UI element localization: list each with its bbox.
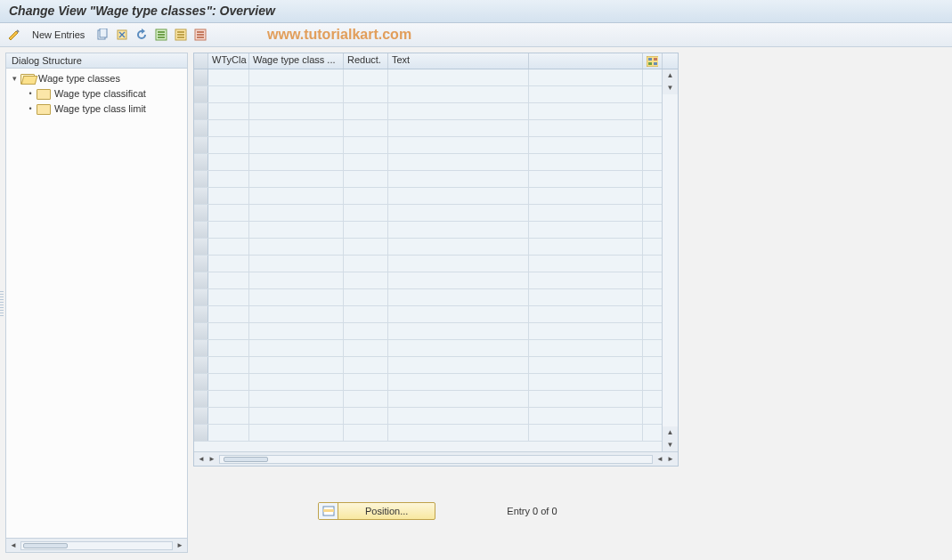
cell[interactable] — [344, 408, 388, 424]
scroll-right-icon[interactable]: ► — [175, 540, 185, 551]
cell[interactable] — [529, 188, 643, 204]
scroll-left-end-icon[interactable]: ◄ — [655, 454, 665, 465]
scroll-track[interactable] — [663, 94, 678, 426]
cell[interactable] — [388, 86, 529, 102]
cell[interactable] — [529, 323, 643, 339]
cell[interactable] — [388, 340, 529, 356]
cell[interactable] — [208, 256, 249, 272]
cell[interactable] — [208, 222, 249, 238]
cell[interactable] — [529, 86, 643, 102]
cell[interactable] — [208, 340, 249, 356]
delete-icon[interactable] — [113, 26, 131, 44]
cell[interactable] — [344, 205, 388, 221]
cell[interactable] — [388, 120, 529, 136]
row-selector[interactable] — [194, 357, 208, 373]
cell[interactable] — [344, 69, 388, 85]
cell[interactable] — [529, 120, 643, 136]
cell[interactable] — [388, 408, 529, 424]
cell[interactable] — [249, 256, 344, 272]
cell[interactable] — [529, 272, 643, 288]
cell[interactable] — [344, 137, 388, 153]
row-selector[interactable] — [194, 171, 208, 187]
cell[interactable] — [208, 408, 249, 424]
table-vscrollbar[interactable]: ▲ ▼ ▲ ▼ — [662, 69, 678, 451]
column-header-reduct[interactable]: Reduct. — [344, 53, 388, 69]
cell[interactable] — [208, 391, 249, 407]
cell[interactable] — [344, 120, 388, 136]
cell[interactable] — [249, 289, 344, 305]
sidebar-hscrollbar[interactable]: ◄ ► — [6, 538, 187, 552]
cell[interactable] — [208, 272, 249, 288]
cell[interactable] — [249, 272, 344, 288]
cell[interactable] — [208, 137, 249, 153]
cell[interactable] — [344, 340, 388, 356]
cell[interactable] — [529, 154, 643, 170]
row-selector[interactable] — [194, 222, 208, 238]
row-selector[interactable] — [194, 425, 208, 441]
cell[interactable] — [529, 289, 643, 305]
cell[interactable] — [529, 222, 643, 238]
cell[interactable] — [208, 86, 249, 102]
cell[interactable] — [249, 239, 344, 255]
cell[interactable] — [388, 425, 529, 441]
splitter-handle[interactable] — [0, 49, 4, 560]
cell[interactable] — [249, 357, 344, 373]
scroll-down-icon[interactable]: ▼ — [663, 82, 678, 94]
cell[interactable] — [388, 391, 529, 407]
table-row[interactable] — [194, 120, 678, 137]
cell[interactable] — [388, 69, 529, 85]
cell[interactable] — [344, 103, 388, 119]
table-row[interactable] — [194, 103, 678, 120]
cell[interactable] — [208, 239, 249, 255]
table-hscrollbar[interactable]: ◄ ► ◄ ► — [194, 451, 678, 466]
cell[interactable] — [249, 171, 344, 187]
cell[interactable] — [529, 340, 643, 356]
scroll-up-icon[interactable]: ▲ — [663, 69, 678, 82]
cell[interactable] — [344, 374, 388, 390]
cell[interactable] — [249, 120, 344, 136]
cell[interactable] — [249, 222, 344, 238]
table-row[interactable] — [194, 289, 678, 306]
cell[interactable] — [344, 323, 388, 339]
row-selector[interactable] — [194, 408, 208, 424]
cell[interactable] — [208, 306, 249, 322]
cell[interactable] — [344, 391, 388, 407]
cell[interactable] — [249, 425, 344, 441]
tree-node-wage-type-class-limit[interactable]: • Wage type class limit — [6, 101, 187, 116]
row-selector[interactable] — [194, 323, 208, 339]
table-row[interactable] — [194, 374, 678, 391]
table-row[interactable] — [194, 86, 678, 103]
table-row[interactable] — [194, 239, 678, 256]
column-header-text[interactable]: Text — [388, 53, 529, 69]
scroll-down-end-icon[interactable]: ▼ — [663, 439, 678, 451]
cell[interactable] — [388, 357, 529, 373]
row-selector[interactable] — [194, 120, 208, 136]
cell[interactable] — [208, 357, 249, 373]
table-row[interactable] — [194, 408, 678, 425]
cell[interactable] — [529, 357, 643, 373]
row-selector[interactable] — [194, 239, 208, 255]
table-config-icon[interactable] — [643, 53, 663, 69]
cell[interactable] — [529, 256, 643, 272]
column-header-blank[interactable] — [529, 53, 643, 69]
cell[interactable] — [388, 306, 529, 322]
tree-node-wage-type-classes[interactable]: ▾ Wage type classes — [6, 70, 187, 85]
cell[interactable] — [529, 239, 643, 255]
cell[interactable] — [388, 239, 529, 255]
cell[interactable] — [344, 306, 388, 322]
table-row[interactable] — [194, 425, 678, 442]
row-selector[interactable] — [194, 289, 208, 305]
cell[interactable] — [249, 323, 344, 339]
cell[interactable] — [344, 86, 388, 102]
cell[interactable] — [249, 374, 344, 390]
cell[interactable] — [529, 374, 643, 390]
scroll-right-end-icon[interactable]: ► — [665, 454, 676, 465]
cell[interactable] — [208, 374, 249, 390]
cell[interactable] — [344, 188, 388, 204]
table-row[interactable] — [194, 205, 678, 222]
cell[interactable] — [529, 69, 643, 85]
cell[interactable] — [208, 69, 249, 85]
cell[interactable] — [344, 171, 388, 187]
row-selector[interactable] — [194, 154, 208, 170]
cell[interactable] — [388, 171, 529, 187]
